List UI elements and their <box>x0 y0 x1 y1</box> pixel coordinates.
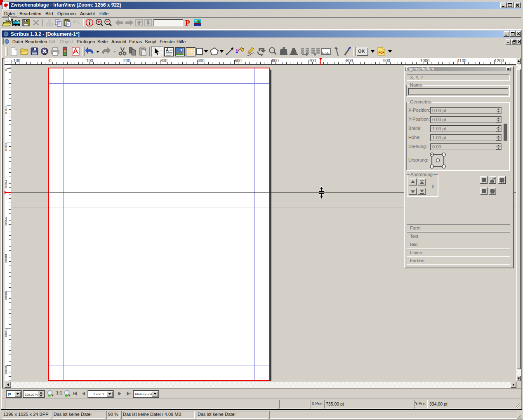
svg-text:A: A <box>166 48 169 52</box>
svg-text:PDF: PDF <box>379 51 385 54</box>
